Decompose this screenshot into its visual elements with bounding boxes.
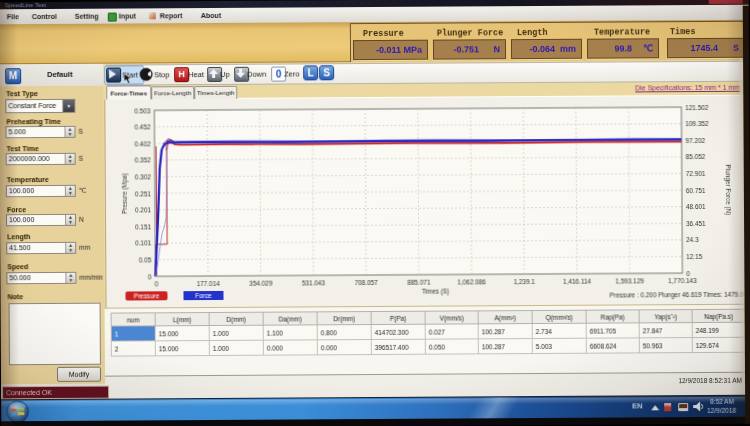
svg-text:48.601: 48.601 xyxy=(686,203,706,210)
svg-text:0.452: 0.452 xyxy=(134,123,150,130)
svg-text:177.014: 177.014 xyxy=(197,280,221,287)
svg-text:36.451: 36.451 xyxy=(686,220,706,227)
svg-text:1,593.129: 1,593.129 xyxy=(615,277,644,284)
svg-text:12.15: 12.15 xyxy=(686,253,702,260)
svg-text:531.043: 531.043 xyxy=(302,279,326,286)
svg-text:Force: Force xyxy=(195,292,212,299)
svg-text:72.901: 72.901 xyxy=(686,170,706,177)
svg-text:0.302: 0.302 xyxy=(135,173,151,180)
svg-text:0.251: 0.251 xyxy=(135,190,151,197)
svg-text:1,416.114: 1,416.114 xyxy=(563,278,591,285)
svg-text:Pressure : 0.200 Plunger 46: Pressure : 0.200 Plunger 46.619 Times: 1… xyxy=(610,291,744,300)
svg-text:85.052: 85.052 xyxy=(686,153,706,160)
svg-text:0.05: 0.05 xyxy=(139,256,152,263)
svg-text:1,062.086: 1,062.086 xyxy=(457,278,486,285)
svg-text:885.071: 885.071 xyxy=(407,279,431,286)
svg-text:0.352: 0.352 xyxy=(135,157,151,164)
svg-text:0.201: 0.201 xyxy=(135,206,151,213)
svg-text:97.202: 97.202 xyxy=(686,137,706,144)
svg-text:0.101: 0.101 xyxy=(135,240,151,247)
svg-text:354.029: 354.029 xyxy=(249,280,273,287)
svg-text:0.503: 0.503 xyxy=(134,107,150,114)
svg-text:Presure (Mpa): Presure (Mpa) xyxy=(121,173,129,214)
svg-text:0: 0 xyxy=(686,270,690,277)
svg-text:0.151: 0.151 xyxy=(135,223,151,230)
svg-text:60.751: 60.751 xyxy=(686,186,706,193)
svg-text:Plunger Force (N): Plunger Force (N) xyxy=(724,164,732,215)
svg-text:Pressure: Pressure xyxy=(134,292,160,299)
svg-text:24.3: 24.3 xyxy=(686,236,699,243)
svg-text:109.352: 109.352 xyxy=(685,120,709,127)
svg-text:1,239.1: 1,239.1 xyxy=(514,278,536,285)
svg-text:0.402: 0.402 xyxy=(135,140,151,147)
svg-text:0: 0 xyxy=(148,273,152,280)
svg-text:0: 0 xyxy=(155,280,159,287)
svg-text:708.057: 708.057 xyxy=(355,279,379,286)
svg-text:Times (S): Times (S) xyxy=(422,288,450,296)
svg-text:121.502: 121.502 xyxy=(685,103,709,110)
svg-text:1,770.143: 1,770.143 xyxy=(668,277,697,284)
